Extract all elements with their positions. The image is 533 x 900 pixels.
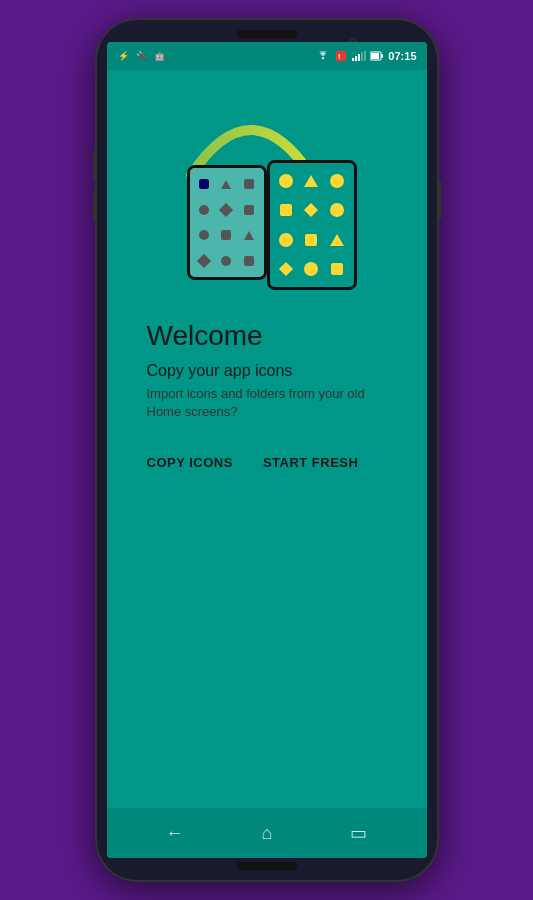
usb-icon: ⚡ bbox=[117, 49, 131, 63]
icon-cell-colored bbox=[300, 227, 323, 253]
target-device bbox=[267, 160, 357, 290]
icon-cell-colored bbox=[326, 168, 349, 194]
icon-cell bbox=[217, 173, 236, 196]
icon-cell bbox=[195, 250, 214, 273]
icon-cell bbox=[217, 224, 236, 247]
svg-rect-8 bbox=[381, 54, 383, 58]
volume-down-button[interactable] bbox=[93, 190, 97, 220]
status-time: 07:15 bbox=[388, 50, 416, 62]
icon-cell-colored bbox=[300, 256, 323, 282]
icon-cell bbox=[195, 173, 214, 196]
icon-cell-colored bbox=[300, 197, 323, 223]
usb2-icon: 🔌 bbox=[135, 49, 149, 63]
signal-icon bbox=[352, 49, 366, 63]
source-device bbox=[187, 165, 267, 280]
target-device-screen bbox=[270, 163, 354, 287]
svg-rect-2 bbox=[352, 58, 354, 61]
recents-nav-button[interactable]: ▭ bbox=[350, 822, 367, 844]
bottom-speaker bbox=[237, 862, 297, 870]
icon-cell-colored bbox=[275, 197, 298, 223]
icon-cell-colored bbox=[275, 168, 298, 194]
wifi-icon bbox=[316, 49, 330, 63]
icon-cell bbox=[239, 173, 258, 196]
icon-cell bbox=[195, 224, 214, 247]
svg-rect-5 bbox=[361, 52, 363, 61]
svg-rect-6 bbox=[364, 51, 366, 61]
phone-screen: ⚡ 🔌 🤖 ! bbox=[107, 42, 427, 858]
illustration bbox=[167, 100, 367, 300]
status-icons-left: ⚡ 🔌 🤖 bbox=[117, 49, 167, 63]
volume-up-button[interactable] bbox=[93, 150, 97, 180]
action-buttons: COPY ICONS START FRESH bbox=[137, 451, 397, 474]
icon-cell bbox=[239, 224, 258, 247]
power-button[interactable] bbox=[437, 180, 441, 220]
icon-cell-colored bbox=[326, 256, 349, 282]
back-nav-button[interactable]: ← bbox=[166, 823, 184, 844]
top-speaker bbox=[237, 30, 297, 38]
home-nav-button[interactable]: ⌂ bbox=[262, 823, 273, 844]
icon-cell bbox=[217, 250, 236, 273]
android-icon: 🤖 bbox=[153, 49, 167, 63]
status-icons-right: ! bbox=[316, 49, 416, 63]
svg-text:!: ! bbox=[338, 53, 340, 60]
screen-content: ⚡ 🔌 🤖 ! bbox=[107, 42, 427, 858]
icon-cell-colored bbox=[275, 256, 298, 282]
source-device-screen bbox=[190, 168, 264, 277]
copy-subtitle: Copy your app icons bbox=[147, 362, 397, 380]
icon-cell-colored bbox=[326, 197, 349, 223]
icon-cell bbox=[239, 250, 258, 273]
main-content: Welcome Copy your app icons Import icons… bbox=[107, 70, 427, 808]
copy-icons-button[interactable]: COPY ICONS bbox=[147, 451, 233, 474]
navigation-bar: ← ⌂ ▭ bbox=[107, 808, 427, 858]
sim-icon: ! bbox=[334, 49, 348, 63]
battery-icon bbox=[370, 49, 384, 63]
status-bar: ⚡ 🔌 🤖 ! bbox=[107, 42, 427, 70]
phone-frame: ⚡ 🔌 🤖 ! bbox=[97, 20, 437, 880]
svg-rect-9 bbox=[371, 53, 379, 59]
icon-cell bbox=[195, 199, 214, 222]
svg-rect-4 bbox=[358, 54, 360, 61]
icon-cell bbox=[239, 199, 258, 222]
start-fresh-button[interactable]: START FRESH bbox=[263, 451, 359, 474]
icon-cell bbox=[217, 199, 236, 222]
welcome-title: Welcome bbox=[147, 320, 397, 352]
icon-cell-colored bbox=[326, 227, 349, 253]
icon-cell-colored bbox=[300, 168, 323, 194]
copy-description: Import icons and folders from your old H… bbox=[147, 385, 397, 421]
text-area: Welcome Copy your app icons Import icons… bbox=[137, 320, 397, 421]
svg-rect-3 bbox=[355, 56, 357, 61]
icon-cell-colored bbox=[275, 227, 298, 253]
